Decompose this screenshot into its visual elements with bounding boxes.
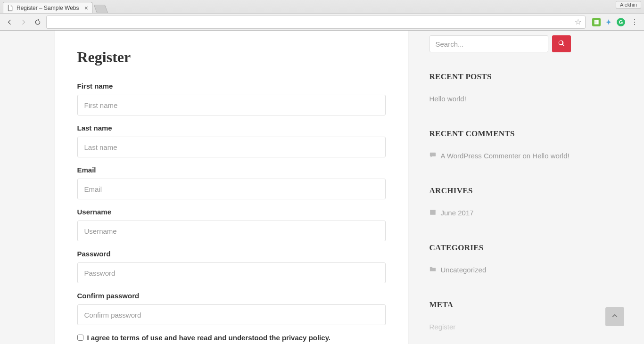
extension-icon-1[interactable]: ▦ [592,18,601,26]
url-input[interactable] [50,18,575,25]
confirm-password-label: Confirm password [77,292,386,300]
svg-rect-1 [430,210,435,212]
agree-label[interactable]: I agree to terms of use and have read an… [87,334,331,342]
username-label: Username [77,208,386,216]
forward-button[interactable] [18,16,29,28]
email-input[interactable] [77,179,386,199]
meta-register-link[interactable]: Register [429,319,571,335]
file-icon [7,5,14,11]
archives-widget: ARCHIVES June 2017 [429,186,571,221]
new-tab-button[interactable] [94,5,108,13]
tab-strip: Register – Sample Webs × Alekhin [0,0,644,13]
category-link[interactable]: Uncategorized [429,262,571,278]
page-title: Register [77,49,386,66]
browser-menu-icon[interactable]: ⋮ [629,17,640,26]
reload-button[interactable] [32,16,43,28]
star-icon[interactable]: ☆ [575,17,581,26]
confirm-password-input[interactable] [77,304,386,325]
search-input[interactable] [429,35,548,52]
recent-posts-widget: RECENT POSTS Hello world! [429,72,571,106]
first-name-label: First name [77,82,386,90]
recent-posts-title: RECENT POSTS [429,72,571,82]
tab-title: Register – Sample Webs [17,5,82,11]
username-input[interactable] [77,221,386,241]
meta-title: META [429,300,571,310]
browser-chrome: Register – Sample Webs × Alekhin ☆ ▦ ✦ G… [0,0,644,31]
last-name-input[interactable] [77,137,386,157]
archive-link[interactable]: June 2017 [429,205,571,221]
password-input[interactable] [77,262,386,283]
last-name-label: Last name [77,124,386,132]
back-button[interactable] [4,16,15,28]
close-icon[interactable]: × [84,5,88,11]
meta-widget: META Register [429,300,571,335]
email-label: Email [77,166,386,174]
calendar-icon [429,209,436,217]
agree-checkbox[interactable] [77,335,83,341]
profile-chip[interactable]: Alekhin [616,1,641,8]
search-icon [558,40,565,48]
extension-icons: ▦ ✦ G ⋮ [592,17,640,26]
chevron-up-icon [611,312,618,321]
search-button[interactable] [552,35,571,52]
sidebar: RECENT POSTS Hello world! RECENT COMMENT… [422,31,578,344]
scroll-to-top-button[interactable] [605,307,624,326]
password-label: Password [77,250,386,258]
extension-icon-2[interactable]: ✦ [604,18,613,26]
browser-tab[interactable]: Register – Sample Webs × [3,2,92,13]
recent-post-link[interactable]: Hello world! [429,91,571,106]
extension-icon-grammarly[interactable]: G [617,18,625,26]
address-bar[interactable]: ☆ [46,16,586,29]
recent-comments-title: RECENT COMMENTS [429,129,571,139]
nav-toolbar: ☆ ▦ ✦ G ⋮ [0,13,644,30]
folder-icon [429,266,436,274]
categories-widget: CATEGORIES Uncategorized [429,243,571,278]
categories-title: CATEGORIES [429,243,571,253]
recent-comment-link[interactable]: A WordPress Commenter on Hello world! [429,148,571,164]
archives-title: ARCHIVES [429,186,571,196]
page-viewport[interactable]: Register First name Last name Email User… [0,31,644,344]
recent-comments-widget: RECENT COMMENTS A WordPress Commenter on… [429,129,571,164]
register-form-card: Register First name Last name Email User… [55,31,408,344]
comment-icon [429,152,436,160]
first-name-input[interactable] [77,95,386,115]
